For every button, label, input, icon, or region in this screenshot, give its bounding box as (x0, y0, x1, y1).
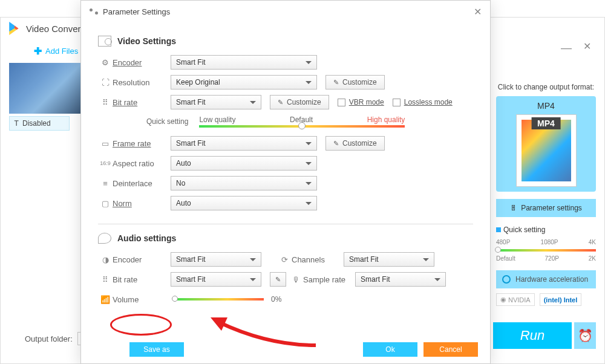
output-folder-label: Output folder: (25, 334, 73, 343)
volume-percent: 0% (271, 295, 281, 304)
channels-label: Channels (292, 255, 344, 264)
output-format-box[interactable]: MP4 MP4 (496, 96, 596, 192)
qs-4k: 4K (589, 239, 596, 245)
nvidia-badge[interactable]: ◉NVIDIA (496, 293, 535, 306)
quick-setting-label: Quick setting (503, 226, 545, 234)
volume-slider[interactable] (173, 298, 264, 301)
dot-icon (496, 227, 501, 232)
audio-encoder-select[interactable]: Smart Fit (171, 252, 261, 267)
parameter-settings-button[interactable]: 🎚 Parameter settings (496, 199, 596, 217)
framerate-select[interactable]: Smart Fit (171, 136, 317, 151)
dialog-footer: Save as Ok Cancel (81, 340, 490, 359)
deinterlace-icon: ≡ (98, 179, 113, 188)
resolution-customize-button[interactable]: ✎Customize (325, 75, 385, 89)
aspect-label: Aspect ratio (113, 159, 171, 168)
disabled-label: Disabled (22, 119, 51, 128)
slider-thumb-icon[interactable] (495, 247, 501, 253)
hardware-accel-button[interactable]: Hardware acceleration (496, 270, 596, 288)
quick-setting-slider[interactable] (496, 249, 596, 252)
param-btn-label: Parameter settings (521, 204, 582, 212)
parameter-settings-dialog: Parameter Settings ✕ Video Settings ⚙ En… (80, 0, 491, 364)
qs-480p: 480P (496, 239, 510, 245)
audio-settings-icon (98, 233, 111, 244)
minimize-button[interactable]: — (561, 42, 572, 54)
norm-label: Norm (113, 199, 171, 208)
right-panel: Click to change output format: MP4 MP4 🎚… (496, 83, 596, 306)
dialog-body: Video Settings ⚙ Encoder Smart Fit ⛶ Res… (81, 22, 490, 309)
lossless-mode-checkbox[interactable]: Lossless mode (393, 98, 453, 106)
video-settings-icon (98, 36, 111, 47)
ok-button[interactable]: Ok (363, 342, 417, 357)
framerate-label: Frame rate (113, 139, 171, 148)
audio-section-header: Audio settings (98, 233, 473, 244)
resolution-icon: ⛶ (98, 78, 113, 87)
hw-accel-label: Hardware acceleration (515, 275, 588, 284)
qs-2k: 2K (589, 255, 596, 262)
dialog-close-button[interactable]: ✕ (474, 6, 482, 18)
video-encoder-select[interactable]: Smart Fit (171, 55, 317, 70)
norm-select[interactable]: Auto (171, 196, 317, 210)
audio-bitrate-customize-button[interactable]: ✎ (270, 272, 286, 287)
annotation-circle (110, 314, 172, 336)
add-files-button[interactable]: ✚ Add Files (34, 45, 78, 57)
bitrate-select[interactable]: Smart Fit (171, 95, 261, 109)
video-thumbnail[interactable] (9, 63, 80, 114)
video-thumbnail-area: Ꭲ Disabled (9, 63, 80, 131)
aspect-select[interactable]: Auto (171, 156, 317, 171)
channels-select[interactable]: Smart Fit (344, 252, 434, 267)
text-cursor-icon: Ꭲ (15, 119, 19, 128)
bitrate-label: Bit rate (113, 98, 171, 107)
quality-quick-setting-row: Quick setting Low quality Default High q… (98, 115, 473, 128)
deinterlace-select[interactable]: No (171, 176, 317, 190)
resolution-label: Resolution (113, 78, 171, 87)
run-button[interactable]: Run (493, 322, 572, 349)
vbr-mode-checkbox[interactable]: VBR mode (338, 98, 384, 106)
sliders-icon: 🎚 (510, 204, 517, 212)
mp4-badge: MP4 (531, 117, 561, 129)
audio-encoder-label: Encoder (113, 255, 171, 264)
volume-icon: 📶 (98, 295, 113, 304)
dialog-titlebar: Parameter Settings ✕ (81, 1, 490, 22)
schedule-button[interactable]: ⏰ (574, 322, 596, 349)
encoder-label: Encoder (113, 58, 171, 67)
gpu-row: ◉NVIDIA (intel)Intel (496, 293, 596, 306)
resolution-select[interactable]: Keep Original (171, 75, 317, 89)
settings-icon (90, 7, 98, 16)
checkbox-icon (393, 99, 401, 106)
quick-setting-label: Quick setting (146, 117, 188, 126)
intel-badge[interactable]: (intel)Intel (540, 293, 582, 306)
qs-default: Default (496, 255, 515, 262)
audio-section-title: Audio settings (117, 233, 176, 243)
format-preview: MP4 (516, 114, 577, 187)
window-close-button[interactable]: ✕ (583, 41, 591, 52)
bitrate-customize-button[interactable]: ✎Customize (270, 95, 329, 109)
alarm-clock-icon: ⏰ (578, 328, 593, 343)
pencil-icon: ✎ (333, 79, 339, 86)
svg-marker-0 (211, 317, 227, 331)
dialog-title: Parameter Settings (103, 7, 170, 16)
plus-icon: ✚ (34, 45, 42, 57)
audio-bitrate-select[interactable]: Smart Fit (171, 272, 261, 287)
gear-icon (502, 275, 511, 284)
samplerate-label: Sample rate (303, 275, 355, 284)
quality-slider[interactable] (199, 125, 405, 128)
qs-720p: 720P (545, 255, 559, 262)
framerate-customize-button[interactable]: ✎Customize (325, 136, 385, 151)
bitrate-icon: ⠿ (98, 98, 113, 107)
section-divider (98, 224, 473, 224)
slider-thumb-icon[interactable] (298, 122, 306, 129)
channels-icon: ⟳ (277, 255, 292, 264)
format-label: MP4 (501, 101, 591, 111)
app-logo-icon (8, 22, 21, 35)
slider-thumb-icon[interactable] (172, 296, 178, 302)
samplerate-select[interactable]: Smart Fit (355, 272, 446, 287)
change-format-label: Click to change output format: (496, 83, 596, 91)
cancel-button[interactable]: Cancel (424, 342, 478, 357)
save-as-button[interactable]: Save as (129, 342, 184, 357)
volume-label: Volume (113, 295, 171, 304)
intel-icon: (intel) (544, 296, 562, 304)
audio-bitrate-icon: ⠿ (98, 275, 113, 284)
framerate-icon: ▭ (98, 139, 113, 148)
disabled-tag[interactable]: Ꭲ Disabled (9, 116, 70, 131)
checkbox-icon (338, 99, 345, 106)
